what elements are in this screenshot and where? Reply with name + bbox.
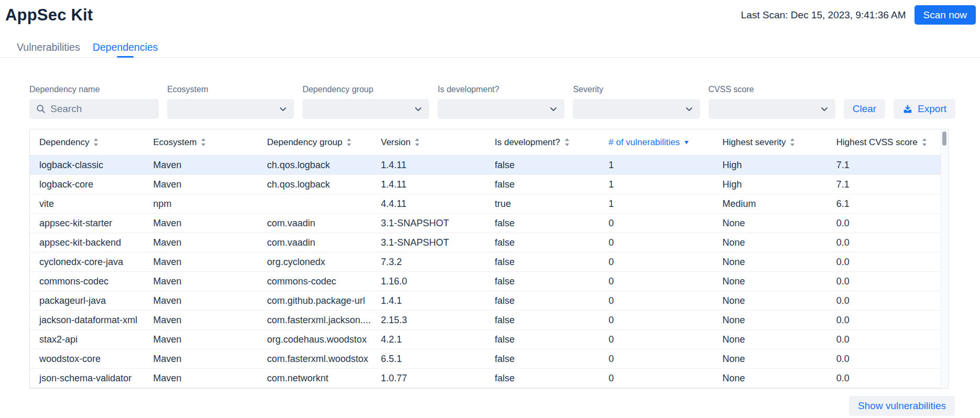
table-cell: false bbox=[485, 272, 599, 291]
column-header-dependency[interactable]: Dependency bbox=[30, 129, 144, 155]
cvss-score-select[interactable] bbox=[709, 99, 835, 119]
table-row[interactable]: cyclonedx-core-javaMavenorg.cyclonedx7.3… bbox=[30, 252, 941, 272]
table-cell: 0 bbox=[599, 214, 713, 233]
sort-indicator-icon bbox=[683, 140, 690, 145]
ecosystem-select[interactable] bbox=[167, 99, 294, 119]
chevron-down-icon bbox=[278, 104, 288, 114]
table-row[interactable]: json-schema-validatorMavencom.networknt1… bbox=[30, 369, 941, 388]
table-cell: 0.0 bbox=[827, 233, 941, 252]
download-icon bbox=[902, 104, 913, 114]
show-vulnerabilities-button[interactable]: Show vulnerabilities bbox=[849, 396, 955, 416]
table-cell: 0.0 bbox=[827, 330, 941, 349]
column-header-dependency-group[interactable]: Dependency group bbox=[258, 129, 372, 155]
export-button[interactable]: Export bbox=[894, 99, 955, 119]
table-cell: None bbox=[713, 214, 827, 233]
table-cell: High bbox=[713, 175, 827, 194]
table-cell: 0.0 bbox=[827, 252, 941, 271]
table-row[interactable]: vitenpm4.4.11true1Medium6.1 bbox=[30, 194, 941, 214]
filter-dependency-group: Dependency group bbox=[302, 84, 429, 119]
column-header-highest-severity[interactable]: Highest severity bbox=[713, 129, 827, 155]
table-row[interactable]: commons-codecMavencommons-codec1.16.0fal… bbox=[30, 272, 941, 291]
is-development-select[interactable] bbox=[438, 99, 564, 119]
table-body: logback-classicMavench.qos.logback1.4.11… bbox=[30, 156, 941, 388]
table-cell: 4.2.1 bbox=[372, 330, 485, 349]
table-cell: None bbox=[713, 311, 827, 329]
table-cell: 0 bbox=[599, 349, 713, 368]
tab-vulnerabilities[interactable]: Vulnerabilities bbox=[10, 38, 86, 57]
filter-dependency-name: Dependency name bbox=[29, 84, 159, 119]
table-cell: true bbox=[485, 194, 599, 213]
table-row[interactable]: woodstox-coreMavencom.fasterxml.woodstox… bbox=[30, 349, 941, 369]
table-cell: 0 bbox=[599, 252, 713, 271]
column-header-label: Version bbox=[381, 137, 411, 148]
vertical-scrollbar[interactable] bbox=[941, 129, 948, 388]
filter-severity: Severity bbox=[573, 84, 700, 119]
filter-label: Dependency name bbox=[29, 84, 159, 94]
table-row[interactable]: appsec-kit-backendMavencom.vaadin3.1-SNA… bbox=[30, 233, 941, 252]
table-cell: Maven bbox=[144, 156, 257, 174]
table-row[interactable]: packageurl-javaMavencom.github.package-u… bbox=[30, 291, 941, 311]
filter-ecosystem: Ecosystem bbox=[167, 84, 294, 119]
dependency-group-select[interactable] bbox=[302, 99, 429, 119]
table-cell: 6.1 bbox=[827, 194, 941, 213]
table-cell: false bbox=[485, 156, 599, 174]
column-header-label: Ecosystem bbox=[153, 137, 197, 148]
table-cell: false bbox=[485, 311, 599, 329]
table-cell: com.fasterxml.woodstox bbox=[258, 349, 372, 368]
table-cell: ch.qos.logback bbox=[258, 156, 372, 174]
severity-select[interactable] bbox=[573, 99, 700, 119]
column-header-version[interactable]: Version bbox=[372, 129, 485, 155]
scan-now-button[interactable]: Scan now bbox=[914, 5, 976, 25]
column-header-of-vulnerabilities[interactable]: # of vulnerabilities bbox=[599, 129, 713, 155]
scrollbar-thumb[interactable] bbox=[942, 131, 946, 146]
table-row[interactable]: stax2-apiMavenorg.codehaus.woodstox4.2.1… bbox=[30, 330, 941, 349]
table-cell: appsec-kit-starter bbox=[30, 214, 144, 233]
table-cell: 1 bbox=[599, 156, 713, 174]
table-cell: false bbox=[485, 175, 599, 194]
table-cell: com.networknt bbox=[258, 369, 372, 388]
table-cell: org.cyclonedx bbox=[258, 252, 372, 271]
clear-filters-button[interactable]: Clear bbox=[844, 99, 885, 119]
table-row[interactable]: appsec-kit-starterMavencom.vaadin3.1-SNA… bbox=[30, 214, 941, 233]
filter-label: Dependency group bbox=[302, 84, 429, 94]
column-header-label: # of vulnerabilities bbox=[608, 137, 680, 148]
dependency-name-search-field[interactable] bbox=[29, 99, 159, 119]
table-cell: org.codehaus.woodstox bbox=[258, 330, 372, 349]
sort-indicator-icon bbox=[346, 138, 352, 147]
table-cell: jackson-dataformat-xml bbox=[30, 311, 144, 329]
table-cell: High bbox=[713, 156, 827, 174]
table-cell: false bbox=[485, 330, 599, 349]
sort-indicator-icon bbox=[564, 138, 570, 147]
table-cell: Maven bbox=[144, 175, 257, 194]
table-cell: 3.1-SNAPSHOT bbox=[372, 233, 485, 252]
table-cell: None bbox=[713, 291, 827, 310]
column-header-is-development[interactable]: Is development? bbox=[485, 129, 599, 155]
tab-bar: Vulnerabilities Dependencies bbox=[0, 38, 980, 58]
table-cell: 0 bbox=[599, 233, 713, 252]
filter-label: Severity bbox=[573, 84, 700, 94]
table-cell: commons-codec bbox=[30, 272, 144, 291]
table-cell: packageurl-java bbox=[30, 291, 144, 310]
table-cell: Maven bbox=[144, 272, 257, 291]
table-cell: Maven bbox=[144, 233, 257, 252]
table-cell: stax2-api bbox=[30, 330, 144, 349]
table-cell: com.vaadin bbox=[258, 233, 372, 252]
table-cell: 0 bbox=[599, 311, 713, 329]
table-row[interactable]: logback-coreMavench.qos.logback1.4.11fal… bbox=[30, 175, 941, 194]
sort-indicator-icon bbox=[93, 138, 99, 147]
table-cell: 0 bbox=[599, 369, 713, 388]
search-input[interactable] bbox=[46, 103, 153, 115]
footer-bar: Show vulnerabilities bbox=[0, 396, 955, 416]
table-cell: 0 bbox=[599, 330, 713, 349]
filter-cvss-score: CVSS score bbox=[709, 84, 835, 119]
table-row[interactable]: jackson-dataformat-xmlMavencom.fasterxml… bbox=[30, 311, 941, 330]
tab-dependencies[interactable]: Dependencies bbox=[86, 38, 165, 57]
table-cell: false bbox=[485, 233, 599, 252]
table-row[interactable]: logback-classicMavench.qos.logback1.4.11… bbox=[30, 156, 941, 175]
column-header-ecosystem[interactable]: Ecosystem bbox=[144, 129, 257, 155]
table-cell: 2.15.3 bbox=[372, 311, 485, 329]
column-header-highest-cvss-score[interactable]: Highest CVSS score bbox=[827, 129, 941, 155]
table-cell: com.fasterxml.jackson.... bbox=[258, 311, 372, 329]
page-title: AppSec Kit bbox=[5, 5, 93, 26]
table-cell bbox=[258, 194, 372, 213]
